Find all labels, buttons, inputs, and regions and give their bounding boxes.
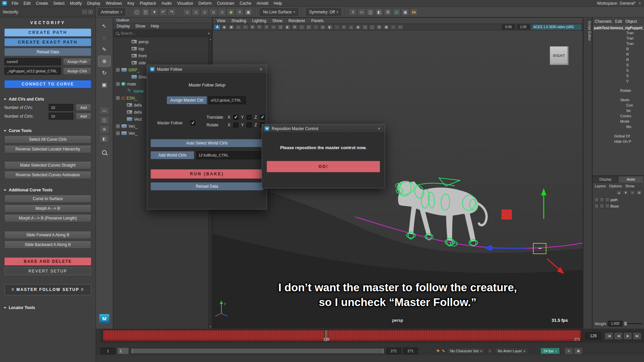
layer-playback-toggle[interactable] (600, 204, 604, 208)
expand-icon[interactable] (121, 117, 125, 121)
layer-editor-tab[interactable]: Display (593, 176, 618, 183)
select-tool-icon[interactable]: ↖ (98, 21, 110, 31)
xray-icon[interactable]: ▢ (369, 24, 375, 30)
run-bake-button[interactable]: RUN (BAKE) (151, 169, 263, 179)
range-start-handle[interactable]: 1 (117, 348, 129, 354)
add-world-ctrls-button[interactable]: Add World Ctrls (151, 151, 194, 159)
layer-from-selected-icon[interactable]: ⊞ (636, 190, 642, 195)
channel-attribute[interactable]: Global Of (593, 134, 644, 139)
world-ctrls-field[interactable] (196, 151, 263, 159)
expand-icon[interactable] (121, 110, 125, 114)
channel-box-menu-item[interactable]: Channels (595, 19, 612, 24)
channel-attribute[interactable]: Mo (593, 125, 644, 130)
four-pane-layout-icon[interactable]: ⊞ (99, 125, 109, 133)
frame-all-icon[interactable]: ○ (313, 24, 319, 30)
translate-z-checkbox[interactable] (260, 115, 265, 120)
channel-attribute[interactable]: Mode (593, 119, 644, 125)
master-follow-checkbox[interactable] (191, 121, 195, 125)
zoom-tool-icon[interactable] (99, 149, 109, 158)
expand-icon[interactable] (126, 40, 130, 44)
gate-mask-icon[interactable]: ◧ (284, 24, 291, 30)
section-additional-curve-tools[interactable]: Additional Curve Tools (4, 188, 92, 192)
weight-field[interactable] (608, 321, 623, 326)
pause-icon[interactable]: ▮▮ (410, 8, 418, 16)
undo-icon[interactable]: ↶ (159, 8, 167, 16)
num-cvs-field[interactable] (49, 104, 73, 111)
outliner-menu-item[interactable]: Help (151, 24, 159, 28)
channel-attribute[interactable]: Se (593, 109, 644, 114)
reload-data-button[interactable]: Reload Data (4, 48, 91, 56)
search-filter-dropdown-icon[interactable] (208, 31, 210, 36)
bookmark-icon[interactable]: ⚑ (436, 349, 440, 354)
dialog-titlebar[interactable]: M Master Follow (147, 65, 267, 74)
expand-icon[interactable] (126, 54, 130, 58)
snap-to-grid-icon[interactable]: ∪ (183, 8, 191, 16)
layer-editor-menu-item[interactable]: Show (625, 184, 635, 188)
go-to-start-button[interactable]: |◀ (605, 333, 613, 340)
layer-playback-toggle[interactable] (600, 197, 604, 202)
paint-select-tool-icon[interactable]: ✎ (98, 44, 110, 55)
outliner-menu-item[interactable]: Display (117, 24, 130, 28)
default-material-icon[interactable]: ○ (390, 24, 396, 30)
additional-tool-button[interactable]: Slide Forward A Along B (4, 231, 91, 239)
bake-and-delete-button[interactable]: BAKE AND DELETE (4, 257, 91, 265)
channel-attribute[interactable]: Rotate (593, 88, 644, 94)
grid-icon[interactable]: # (263, 24, 270, 30)
wireframe-on-shaded-icon[interactable]: ⊞ (376, 24, 382, 30)
current-frame-field[interactable] (585, 333, 601, 340)
plane-toggle-icon[interactable]: ▭ (397, 24, 404, 30)
channel-box-menu-item[interactable]: Edit (615, 19, 622, 24)
screenshot-icon[interactable]: ▣ (401, 8, 409, 16)
channel-attribute[interactable]: Skele (593, 98, 644, 103)
channel-attribute[interactable]: R (593, 47, 644, 52)
save-scene-icon[interactable]: ▼ (150, 8, 158, 16)
2d-pan-zoom-icon[interactable]: ⊕ (249, 24, 256, 30)
safe-title-icon[interactable]: ◰ (306, 24, 312, 30)
view-cube[interactable]: RIGHT (550, 46, 569, 65)
field-chart-icon[interactable]: ⊞ (291, 24, 298, 30)
section-curve-tools[interactable]: Curve Tools (4, 128, 92, 133)
redo-icon[interactable]: ↷ (168, 8, 176, 16)
menubar-item[interactable]: File (9, 0, 21, 6)
master-ctrl-field[interactable] (208, 96, 246, 104)
assign-path-button[interactable]: Assign Path (63, 58, 91, 65)
evaluation-toolkit-icon[interactable]: ◎ (392, 8, 400, 16)
symmetry-dropdown[interactable]: Symmetry: Off (306, 8, 341, 16)
viewport-menu-item[interactable]: Panels (311, 18, 324, 23)
curve-tool-button[interactable]: Make Selected Curves Straight (4, 161, 91, 169)
rotate-tool-icon[interactable]: ↻ (98, 68, 110, 78)
animation-end-field[interactable] (403, 348, 418, 354)
menubar-item[interactable]: Create (33, 0, 51, 6)
resolution-gate-icon[interactable]: ◫ (277, 24, 284, 30)
construction-history-icon[interactable]: ≡ (235, 8, 244, 16)
additional-tool-button[interactable]: Morph A --> B (Preserve Length) (4, 214, 91, 222)
gamma-field[interactable] (517, 24, 530, 29)
colorspace-dropdown[interactable]: ACES 1.0 SDR-video (sRG (532, 24, 581, 30)
additional-tool-button[interactable]: Curve to Surface (4, 195, 91, 203)
playback-speed-icon[interactable]: ↻ (565, 348, 573, 355)
section-add-cvs[interactable]: Add CVs and Ctrls (4, 97, 92, 102)
snap-to-projected-center-icon[interactable]: ∪ (209, 8, 217, 16)
viewport-menu-item[interactable]: Renderer (288, 18, 305, 23)
add-ctrls-button[interactable]: Add (76, 113, 91, 120)
channel-attribute[interactable]: V (593, 79, 644, 84)
close-panel-icon[interactable] (88, 10, 93, 14)
layer-editor-menu-item[interactable]: Options (609, 184, 622, 188)
menubar-item[interactable]: Constrain (214, 0, 237, 6)
ctrl-name-field[interactable] (4, 67, 61, 75)
script-editor-strip[interactable]: Script Editor (583, 17, 592, 328)
two-pane-layout-icon[interactable]: ◫ (99, 116, 109, 124)
expand-icon[interactable] (116, 68, 120, 72)
menubar-item[interactable]: Windows (103, 0, 125, 6)
curve-tool-button[interactable]: Select All Curve Ctrls (4, 135, 91, 143)
layer-visibility-toggle[interactable] (594, 197, 599, 202)
menubar-item[interactable]: Playback (137, 0, 159, 6)
num-ctrls-field[interactable] (49, 113, 73, 120)
animation-start-field[interactable] (101, 348, 115, 354)
revert-setup-button[interactable]: REVERT SETUP (4, 267, 91, 275)
expand-icon[interactable] (121, 89, 125, 93)
range-slider-handle[interactable] (131, 349, 384, 353)
additional-tool-button[interactable]: Morph A --> B (4, 204, 91, 213)
anim-layer-dropdown[interactable]: No Anim Layer (495, 348, 528, 354)
menubar-item[interactable]: Deform (196, 0, 214, 6)
